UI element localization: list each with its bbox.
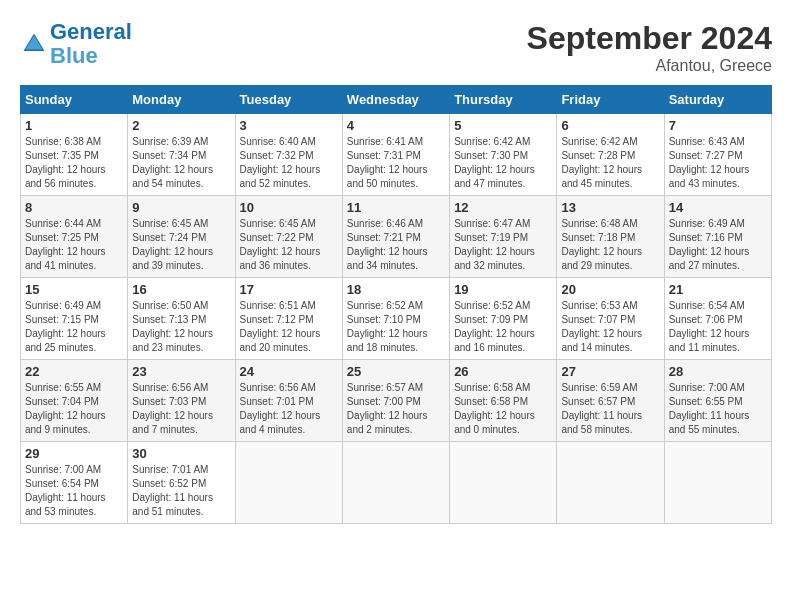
calendar-cell: 17 Sunrise: 6:51 AMSunset: 7:12 PMDaylig…: [235, 278, 342, 360]
calendar-week-row: 29 Sunrise: 7:00 AMSunset: 6:54 PMDaylig…: [21, 442, 772, 524]
day-number: 18: [347, 282, 445, 297]
day-detail: Sunrise: 7:01 AMSunset: 6:52 PMDaylight:…: [132, 464, 213, 517]
day-detail: Sunrise: 6:57 AMSunset: 7:00 PMDaylight:…: [347, 382, 428, 435]
calendar-cell: 7 Sunrise: 6:43 AMSunset: 7:27 PMDayligh…: [664, 114, 771, 196]
logo: General Blue: [20, 20, 132, 68]
day-detail: Sunrise: 7:00 AMSunset: 6:54 PMDaylight:…: [25, 464, 106, 517]
col-sunday: Sunday: [21, 86, 128, 114]
calendar-cell: 19 Sunrise: 6:52 AMSunset: 7:09 PMDaylig…: [450, 278, 557, 360]
calendar-cell: 29 Sunrise: 7:00 AMSunset: 6:54 PMDaylig…: [21, 442, 128, 524]
day-number: 13: [561, 200, 659, 215]
calendar-cell: 28 Sunrise: 7:00 AMSunset: 6:55 PMDaylig…: [664, 360, 771, 442]
calendar-week-row: 22 Sunrise: 6:55 AMSunset: 7:04 PMDaylig…: [21, 360, 772, 442]
calendar-week-row: 15 Sunrise: 6:49 AMSunset: 7:15 PMDaylig…: [21, 278, 772, 360]
calendar-cell: 2 Sunrise: 6:39 AMSunset: 7:34 PMDayligh…: [128, 114, 235, 196]
location: Afantou, Greece: [527, 57, 772, 75]
calendar-cell: [450, 442, 557, 524]
day-number: 30: [132, 446, 230, 461]
col-monday: Monday: [128, 86, 235, 114]
calendar-cell: 15 Sunrise: 6:49 AMSunset: 7:15 PMDaylig…: [21, 278, 128, 360]
calendar-cell: 30 Sunrise: 7:01 AMSunset: 6:52 PMDaylig…: [128, 442, 235, 524]
calendar-cell: 10 Sunrise: 6:45 AMSunset: 7:22 PMDaylig…: [235, 196, 342, 278]
day-detail: Sunrise: 6:45 AMSunset: 7:24 PMDaylight:…: [132, 218, 213, 271]
month-title: September 2024: [527, 20, 772, 57]
calendar-cell: [664, 442, 771, 524]
day-detail: Sunrise: 6:49 AMSunset: 7:16 PMDaylight:…: [669, 218, 750, 271]
day-number: 14: [669, 200, 767, 215]
day-detail: Sunrise: 6:49 AMSunset: 7:15 PMDaylight:…: [25, 300, 106, 353]
day-detail: Sunrise: 6:40 AMSunset: 7:32 PMDaylight:…: [240, 136, 321, 189]
col-tuesday: Tuesday: [235, 86, 342, 114]
day-detail: Sunrise: 6:42 AMSunset: 7:28 PMDaylight:…: [561, 136, 642, 189]
day-detail: Sunrise: 6:56 AMSunset: 7:01 PMDaylight:…: [240, 382, 321, 435]
calendar-cell: 1 Sunrise: 6:38 AMSunset: 7:35 PMDayligh…: [21, 114, 128, 196]
day-detail: Sunrise: 6:47 AMSunset: 7:19 PMDaylight:…: [454, 218, 535, 271]
col-thursday: Thursday: [450, 86, 557, 114]
day-number: 7: [669, 118, 767, 133]
day-number: 22: [25, 364, 123, 379]
calendar-cell: 6 Sunrise: 6:42 AMSunset: 7:28 PMDayligh…: [557, 114, 664, 196]
calendar-cell: 16 Sunrise: 6:50 AMSunset: 7:13 PMDaylig…: [128, 278, 235, 360]
day-detail: Sunrise: 7:00 AMSunset: 6:55 PMDaylight:…: [669, 382, 750, 435]
day-number: 27: [561, 364, 659, 379]
day-number: 29: [25, 446, 123, 461]
day-number: 28: [669, 364, 767, 379]
day-detail: Sunrise: 6:59 AMSunset: 6:57 PMDaylight:…: [561, 382, 642, 435]
calendar-cell: 5 Sunrise: 6:42 AMSunset: 7:30 PMDayligh…: [450, 114, 557, 196]
day-detail: Sunrise: 6:56 AMSunset: 7:03 PMDaylight:…: [132, 382, 213, 435]
calendar-cell: 11 Sunrise: 6:46 AMSunset: 7:21 PMDaylig…: [342, 196, 449, 278]
day-number: 19: [454, 282, 552, 297]
day-number: 9: [132, 200, 230, 215]
calendar-cell: 20 Sunrise: 6:53 AMSunset: 7:07 PMDaylig…: [557, 278, 664, 360]
calendar-cell: 4 Sunrise: 6:41 AMSunset: 7:31 PMDayligh…: [342, 114, 449, 196]
calendar-week-row: 8 Sunrise: 6:44 AMSunset: 7:25 PMDayligh…: [21, 196, 772, 278]
calendar-cell: [557, 442, 664, 524]
day-detail: Sunrise: 6:41 AMSunset: 7:31 PMDaylight:…: [347, 136, 428, 189]
calendar-cell: [235, 442, 342, 524]
calendar-table: Sunday Monday Tuesday Wednesday Thursday…: [20, 85, 772, 524]
col-saturday: Saturday: [664, 86, 771, 114]
calendar-cell: 3 Sunrise: 6:40 AMSunset: 7:32 PMDayligh…: [235, 114, 342, 196]
day-number: 4: [347, 118, 445, 133]
day-detail: Sunrise: 6:50 AMSunset: 7:13 PMDaylight:…: [132, 300, 213, 353]
day-detail: Sunrise: 6:51 AMSunset: 7:12 PMDaylight:…: [240, 300, 321, 353]
calendar-cell: 21 Sunrise: 6:54 AMSunset: 7:06 PMDaylig…: [664, 278, 771, 360]
day-number: 12: [454, 200, 552, 215]
calendar-cell: [342, 442, 449, 524]
day-number: 20: [561, 282, 659, 297]
calendar-cell: 9 Sunrise: 6:45 AMSunset: 7:24 PMDayligh…: [128, 196, 235, 278]
day-number: 16: [132, 282, 230, 297]
calendar-cell: 22 Sunrise: 6:55 AMSunset: 7:04 PMDaylig…: [21, 360, 128, 442]
logo-icon: [20, 30, 48, 58]
calendar-cell: 24 Sunrise: 6:56 AMSunset: 7:01 PMDaylig…: [235, 360, 342, 442]
day-number: 15: [25, 282, 123, 297]
day-number: 26: [454, 364, 552, 379]
calendar-week-row: 1 Sunrise: 6:38 AMSunset: 7:35 PMDayligh…: [21, 114, 772, 196]
day-number: 24: [240, 364, 338, 379]
col-wednesday: Wednesday: [342, 86, 449, 114]
day-number: 17: [240, 282, 338, 297]
day-number: 1: [25, 118, 123, 133]
day-detail: Sunrise: 6:43 AMSunset: 7:27 PMDaylight:…: [669, 136, 750, 189]
calendar-header-row: Sunday Monday Tuesday Wednesday Thursday…: [21, 86, 772, 114]
calendar-cell: 14 Sunrise: 6:49 AMSunset: 7:16 PMDaylig…: [664, 196, 771, 278]
calendar-cell: 23 Sunrise: 6:56 AMSunset: 7:03 PMDaylig…: [128, 360, 235, 442]
day-number: 21: [669, 282, 767, 297]
calendar-cell: 27 Sunrise: 6:59 AMSunset: 6:57 PMDaylig…: [557, 360, 664, 442]
day-number: 23: [132, 364, 230, 379]
calendar-cell: 13 Sunrise: 6:48 AMSunset: 7:18 PMDaylig…: [557, 196, 664, 278]
day-detail: Sunrise: 6:42 AMSunset: 7:30 PMDaylight:…: [454, 136, 535, 189]
page-header: General Blue September 2024 Afantou, Gre…: [20, 20, 772, 75]
day-detail: Sunrise: 6:58 AMSunset: 6:58 PMDaylight:…: [454, 382, 535, 435]
day-number: 25: [347, 364, 445, 379]
day-number: 8: [25, 200, 123, 215]
day-detail: Sunrise: 6:45 AMSunset: 7:22 PMDaylight:…: [240, 218, 321, 271]
calendar-cell: 25 Sunrise: 6:57 AMSunset: 7:00 PMDaylig…: [342, 360, 449, 442]
calendar-cell: 12 Sunrise: 6:47 AMSunset: 7:19 PMDaylig…: [450, 196, 557, 278]
calendar-cell: 8 Sunrise: 6:44 AMSunset: 7:25 PMDayligh…: [21, 196, 128, 278]
calendar-cell: 18 Sunrise: 6:52 AMSunset: 7:10 PMDaylig…: [342, 278, 449, 360]
day-number: 5: [454, 118, 552, 133]
day-detail: Sunrise: 6:55 AMSunset: 7:04 PMDaylight:…: [25, 382, 106, 435]
day-number: 6: [561, 118, 659, 133]
day-detail: Sunrise: 6:52 AMSunset: 7:09 PMDaylight:…: [454, 300, 535, 353]
